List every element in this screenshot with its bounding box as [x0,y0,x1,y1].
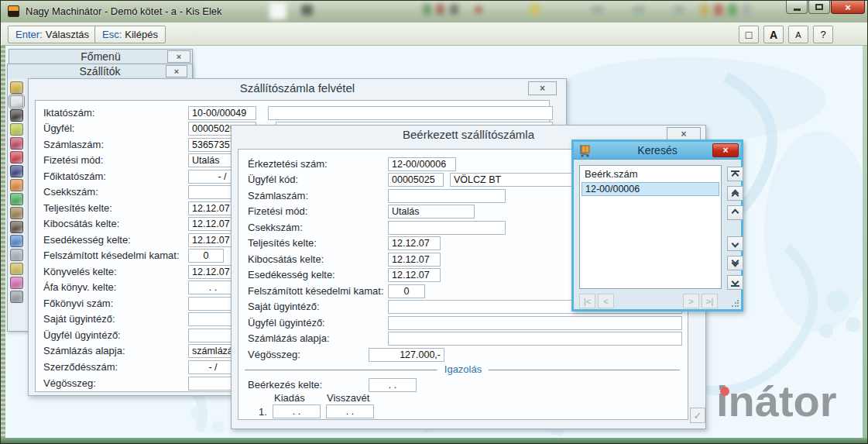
chevron-up-icon [732,209,739,217]
glass-blur-blob [475,6,482,13]
szallitok-close-button[interactable]: × [166,65,187,77]
szamlazas-alapja-field[interactable] [388,332,682,346]
szallitok-toolbar-icon[interactable] [10,235,23,247]
field-label: Beérkezés kelte: [248,379,322,391]
confirm-button[interactable]: ✓ [690,408,705,423]
esc-exit-button[interactable]: Esc: Kilépés [94,26,166,43]
field-label: Kibocsátás kelte: [43,218,119,229]
glass-blur-blob [592,6,604,13]
szallitok-toolbar-icon[interactable] [10,151,23,163]
field-label: Ügyfél ügyintéző: [43,329,121,341]
visszavet-column-label: Visszavét [327,392,369,404]
beerkezes-kelte-field[interactable]: . . [369,378,417,392]
window-title: Nagy Machinátor - Demó kötet - a - Kis E… [26,5,222,17]
maximize-icon [815,4,823,10]
resize-grip[interactable] [731,299,739,307]
ugyfel-kod-field[interactable]: 00005025 [388,173,444,187]
scroll-down-button[interactable] [727,236,743,251]
glass-blur-blob [728,4,737,15]
glass-blur-blob [269,2,286,19]
help-button[interactable]: ? [813,26,833,43]
window-controls: × [785,1,865,14]
szallitok-toolbar-icon[interactable] [10,137,23,150]
field-label: Főiktatószám: [43,170,106,182]
erkeztetesi-szam-field[interactable]: 12-00/00006 [388,157,456,171]
szallitok-toolbar-icon[interactable] [10,179,23,191]
vegosszeg-field[interactable]: 127.000,- [369,348,444,362]
nav-prev-button[interactable]: < [598,294,614,308]
iktatoszam-field[interactable]: 10-00/00049 [188,106,256,120]
minimize-button[interactable] [786,1,808,14]
search-titlebar: Keresés × [574,142,741,160]
font-small-icon: A [795,30,801,40]
field-label: Teljesítés kelte: [248,237,317,249]
field-label: Iktatószám: [43,107,94,119]
fizetesi-mod-field[interactable]: Utalás [388,205,475,219]
grid-row-number: 1. [259,406,267,418]
field-label: Főkönyvi szám: [43,298,113,309]
close-button[interactable]: × [831,1,865,14]
field-label: Fizetési mód: [43,154,103,166]
teljesites-kelte-field[interactable]: 12.12.07 [388,236,441,250]
csekkszam-field[interactable] [388,221,506,235]
selected-result-row[interactable]: 12-00/00006 [582,182,719,196]
scroll-first-button[interactable] [727,167,743,181]
chevron-down-icon [732,240,739,248]
window-mode-button[interactable]: □ [739,26,759,43]
search-close-button[interactable]: × [712,143,739,157]
maximize-button[interactable] [808,1,830,14]
kibocsatas-kelte-field[interactable]: 12.12.07 [388,253,441,267]
szallitok-toolbar-icon[interactable] [10,81,23,94]
invoice-entry-dialog-title: Szállítószámla felvétel [29,81,566,95]
enter-select-button[interactable]: Enter: Választás [8,26,97,43]
esedekesseg-kelte-field[interactable]: 12.12.07 [388,268,441,282]
szallitok-toolbar-icon[interactable] [10,263,23,275]
glass-blur-blob [714,4,723,15]
invoice-entry-close-button[interactable]: × [528,81,557,95]
szallitok-title: Szállítók [8,64,192,79]
kesedelmi-kamat-field[interactable]: 0 [388,284,425,298]
scroll-last-button[interactable] [727,275,743,290]
kiadas-date-field[interactable]: . . [273,404,321,418]
scroll-page-up-button[interactable] [727,186,743,201]
szallitok-toolbar-icon[interactable] [10,165,23,177]
font-smaller-button[interactable]: A [788,26,808,43]
szallitok-toolbar-icon[interactable] [10,123,23,136]
nav-first-button[interactable]: |< [579,294,595,308]
machinator-watermark: inátor [716,376,837,426]
iktatoszam-extra-field[interactable] [268,106,553,120]
search-results-list: Beérk.szám 12-00/00006 [579,165,722,289]
help-icon: ? [820,29,825,40]
field-label: Teljesítés kelte: [43,202,112,214]
scroll-page-down-button[interactable] [727,256,743,270]
szallitok-toolbar-icon[interactable] [10,95,23,108]
szallitok-toolbar-icon[interactable] [10,277,23,289]
field-label: Esedékesség kelte: [248,269,335,281]
field-label: Számlázás alapja: [43,345,125,356]
nav-next-button[interactable]: > [683,294,699,308]
szallitok-toolbar-icon[interactable] [10,291,23,303]
esc-label: Kilépés [125,29,158,40]
ugyfel-ugyintezo-field[interactable] [388,316,682,330]
field-label: Szerződésszám: [43,361,118,373]
field-label: Felszámított késedelmi kamat: [43,250,180,261]
szallitok-toolbar-icon[interactable] [10,221,23,233]
kesedelmi-kamat-field[interactable]: 0 [188,249,224,263]
fomenu-close-button[interactable]: × [167,50,190,63]
szallitok-toolbar-icon[interactable] [10,207,23,219]
igazolas-section-label: Igazolás [437,363,489,375]
close-icon: × [845,2,851,13]
nav-last-button[interactable]: >| [702,294,718,308]
szallitok-toolbar-icon[interactable] [10,249,23,261]
watermark-red-dot-icon [720,387,729,396]
field-label: Kibocsátás kelte: [248,253,324,265]
szallitok-toolbar-icon[interactable] [10,109,23,122]
szamlaszam-field[interactable] [388,189,506,203]
window-titlebar: Nagy Machinátor - Demó kötet - a - Kis E… [1,1,868,22]
font-larger-button[interactable]: A [763,26,784,43]
field-label: Ügyfél: [43,122,74,134]
szallitok-toolbar-icon[interactable] [10,193,23,205]
scroll-up-button[interactable] [727,205,743,220]
glass-blur-blob [742,4,751,15]
visszavet-date-field[interactable]: . . [326,404,374,418]
